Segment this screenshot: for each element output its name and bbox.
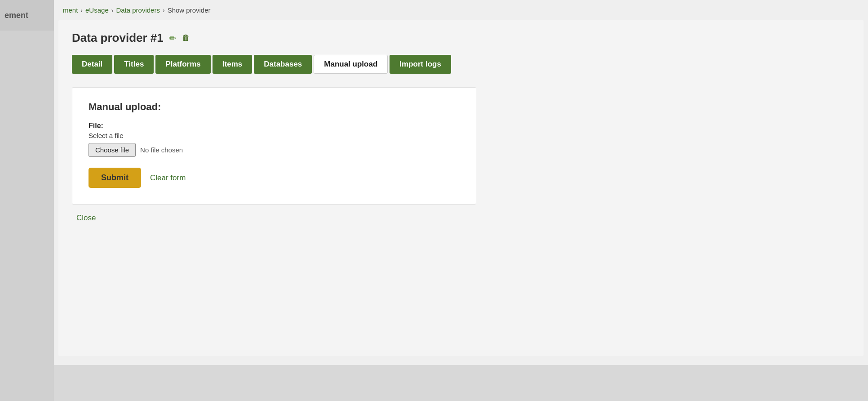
form-actions: Submit Clear form — [89, 168, 460, 188]
breadcrumb-item-1[interactable]: ment — [63, 6, 78, 14]
sidebar: ement — [0, 0, 54, 401]
breadcrumb-current: Show provider — [168, 6, 211, 14]
tabs-row: Detail Titles Platforms Items Databases … — [72, 55, 850, 74]
breadcrumb-item-3[interactable]: Data providers — [116, 6, 160, 14]
tab-platforms[interactable]: Platforms — [155, 55, 210, 74]
content-panel: Data provider #1 ✏ 🗑 Detail Titles Platf… — [58, 20, 864, 356]
sidebar-bottom — [0, 31, 54, 401]
breadcrumb-sep-3: › — [163, 7, 165, 14]
bottom-gray — [54, 365, 868, 401]
page-title: Data provider #1 — [72, 31, 164, 45]
file-label: File: — [89, 122, 460, 130]
delete-icon[interactable]: 🗑 — [182, 33, 190, 43]
close-link[interactable]: Close — [76, 214, 96, 222]
file-sublabel: Select a file — [89, 132, 460, 139]
clear-form-button[interactable]: Clear form — [150, 174, 186, 183]
page-title-row: Data provider #1 ✏ 🗑 — [72, 31, 850, 45]
breadcrumb: ment › eUsage › Data providers › Show pr… — [54, 0, 868, 20]
submit-button[interactable]: Submit — [89, 168, 141, 188]
breadcrumb-sep-1: › — [80, 7, 83, 14]
tab-detail[interactable]: Detail — [72, 55, 112, 74]
breadcrumb-sep-2: › — [111, 7, 114, 14]
form-section-title: Manual upload: — [89, 101, 460, 113]
sidebar-label: ement — [4, 11, 28, 20]
sidebar-top: ement — [0, 0, 54, 31]
tab-titles[interactable]: Titles — [114, 55, 154, 74]
form-section: Manual upload: File: Select a file Choos… — [72, 87, 476, 205]
close-section: Close — [72, 205, 850, 227]
tab-manual-upload[interactable]: Manual upload — [314, 55, 388, 74]
edit-icon[interactable]: ✏ — [169, 33, 177, 44]
tab-import-logs[interactable]: Import logs — [390, 55, 451, 74]
tab-items[interactable]: Items — [213, 55, 252, 74]
no-file-text: No file chosen — [140, 146, 183, 154]
file-input-row: Choose file No file chosen — [89, 143, 460, 157]
breadcrumb-item-2[interactable]: eUsage — [85, 6, 109, 14]
tab-databases[interactable]: Databases — [254, 55, 312, 74]
choose-file-button[interactable]: Choose file — [89, 143, 136, 157]
main-area: ment › eUsage › Data providers › Show pr… — [54, 0, 868, 401]
